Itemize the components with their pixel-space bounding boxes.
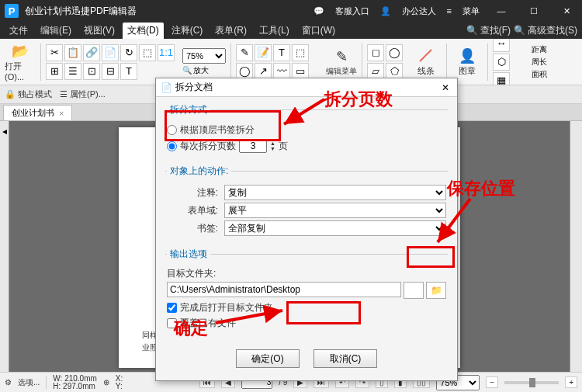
menu-form[interactable]: 表单(R) bbox=[210, 23, 251, 39]
tool-icon[interactable]: 📄 bbox=[102, 44, 119, 61]
tool-icon[interactable]: 🔗 bbox=[83, 44, 100, 61]
annot-icon[interactable]: ✎ bbox=[236, 44, 253, 61]
pages-spinner[interactable] bbox=[239, 139, 267, 153]
menu-tool[interactable]: 工具(L) bbox=[255, 23, 294, 39]
split-document-dialog: 📄 拆分文档 ✕ 拆分方式 根据顶层书签拆分 每次拆分页数 ▲▼ 页 对象上的动… bbox=[155, 78, 458, 381]
output-group: 输出选项 目标文件夹: 📁 完成后打开目标文件夹 覆盖已有文件 bbox=[165, 248, 448, 338]
measure-icon[interactable]: ↔ bbox=[493, 39, 510, 52]
overwrite-checkbox[interactable] bbox=[167, 318, 177, 328]
comment-label: 注释: bbox=[167, 186, 218, 199]
open-after-checkbox[interactable] bbox=[167, 303, 177, 313]
folder-open-icon: 📂 bbox=[11, 42, 29, 61]
minimize-button[interactable]: — bbox=[490, 6, 512, 16]
cancel-button[interactable]: 取消(C) bbox=[314, 349, 377, 368]
edit-icon: ✎ bbox=[332, 47, 351, 66]
adv-search-button[interactable]: 🔍高级查找(S) bbox=[514, 24, 577, 37]
form-select[interactable]: 展平 bbox=[224, 203, 446, 218]
stamp-button[interactable]: 👤 图章 bbox=[452, 42, 483, 82]
split-method-legend: 拆分方式 bbox=[167, 103, 210, 116]
annot-icon[interactable]: T bbox=[273, 44, 290, 61]
document-tab[interactable]: 创业计划书 × bbox=[3, 105, 72, 120]
spin-down-icon[interactable]: ▼ bbox=[270, 146, 275, 151]
distance-label[interactable]: 距离 bbox=[532, 44, 547, 55]
hamburger-icon[interactable]: ≡ bbox=[447, 6, 452, 16]
exclusive-mode-toggle[interactable]: 🔒独占模式 bbox=[5, 88, 52, 100]
search-button[interactable]: 🔍查找(F) bbox=[466, 24, 511, 37]
crosshair-icon: ⊕ bbox=[103, 378, 109, 387]
page-height: H: 297.0mm bbox=[53, 383, 97, 390]
measure-icon[interactable]: ▦ bbox=[493, 72, 510, 86]
edit-menu-button[interactable]: ✎ 编辑菜单 bbox=[326, 42, 357, 82]
options-button[interactable]: 选项... bbox=[18, 377, 40, 388]
chat-icon[interactable]: 💬 bbox=[314, 6, 324, 16]
zoom-out-button[interactable]: − bbox=[486, 376, 498, 388]
radio-by-bookmark[interactable] bbox=[167, 125, 177, 135]
stamp-icon: 👤 bbox=[458, 47, 476, 65]
tab-close-icon[interactable]: × bbox=[59, 109, 64, 118]
browse-folder-button[interactable]: 📁 bbox=[426, 282, 446, 299]
user-icon[interactable]: 👤 bbox=[380, 6, 391, 16]
tool-icon[interactable]: ⬚ bbox=[139, 44, 156, 61]
annot-icon[interactable]: ⬚ bbox=[292, 44, 309, 61]
zoom-select[interactable]: 75% bbox=[182, 48, 226, 64]
form-label: 表单域: bbox=[167, 204, 218, 217]
shape-icon[interactable]: ◻ bbox=[367, 44, 384, 61]
annot-icon[interactable]: 📝 bbox=[255, 44, 272, 61]
tool-icon[interactable]: 1:1 bbox=[158, 44, 175, 61]
target-path-input[interactable] bbox=[167, 282, 401, 297]
left-sidebar[interactable]: ◂ bbox=[0, 121, 9, 372]
lock-icon: 🔒 bbox=[5, 89, 16, 99]
enlarge-button[interactable]: 🔍放大 bbox=[182, 65, 226, 76]
tool-icon[interactable]: ↻ bbox=[120, 44, 137, 61]
dialog-icon: 📄 bbox=[161, 82, 171, 93]
spin-up-icon[interactable]: ▲ bbox=[270, 140, 275, 146]
ok-button[interactable]: 确定(O) bbox=[236, 349, 300, 368]
menu-edit[interactable]: 编辑(E) bbox=[36, 23, 76, 39]
search-icon: 🔍 bbox=[514, 25, 525, 36]
target-folder-label: 目标文件夹: bbox=[167, 267, 446, 280]
tool-icon[interactable]: T bbox=[120, 63, 137, 80]
vertical-scrollbar[interactable] bbox=[570, 121, 582, 372]
properties-button[interactable]: ☰属性(P)... bbox=[60, 88, 106, 100]
sidebar-toggle-icon[interactable]: ◂ bbox=[2, 126, 7, 137]
page-width: W: 210.0mm bbox=[53, 375, 97, 383]
dialog-close-button[interactable]: ✕ bbox=[438, 82, 452, 93]
perimeter-label[interactable]: 周长 bbox=[532, 57, 547, 68]
dialog-titlebar[interactable]: 📄 拆分文档 ✕ bbox=[156, 78, 457, 97]
dialog-title: 拆分文档 bbox=[175, 81, 213, 94]
tool-icon[interactable]: 📋 bbox=[64, 44, 81, 61]
menu-view[interactable]: 视图(V) bbox=[79, 23, 120, 39]
bookmark-select[interactable]: 全部复制 bbox=[224, 220, 446, 236]
pages-suffix: 页 bbox=[279, 140, 288, 153]
menu-document[interactable]: 文档(D) bbox=[123, 23, 164, 39]
tool-icon[interactable]: ⊟ bbox=[102, 63, 119, 80]
service-entry[interactable]: 客服入口 bbox=[335, 5, 369, 17]
menu-window[interactable]: 窗口(W) bbox=[297, 23, 340, 39]
open-after-label: 完成后打开目标文件夹 bbox=[180, 301, 273, 314]
tool-icon[interactable]: ✂ bbox=[46, 44, 63, 61]
tool-icon[interactable]: ⊞ bbox=[46, 63, 63, 80]
tool-icon[interactable]: ☰ bbox=[64, 63, 81, 80]
shape-icon[interactable]: ◯ bbox=[386, 44, 403, 61]
cursor-x: X: bbox=[116, 375, 123, 383]
radio-by-pages-label: 每次拆分页数 bbox=[180, 140, 236, 153]
zoom-in-icon: 🔍 bbox=[182, 66, 192, 75]
titlebar: P 创业计划书迅捷PDF编辑器 💬 客服入口 👤 办公达人 ≡ 菜单 — ☐ ✕ bbox=[0, 0, 582, 22]
account-name[interactable]: 办公达人 bbox=[402, 5, 436, 17]
menu-label[interactable]: 菜单 bbox=[462, 5, 480, 17]
radio-by-pages[interactable] bbox=[167, 141, 177, 151]
comment-select[interactable]: 复制 bbox=[224, 185, 446, 200]
clear-path-button[interactable] bbox=[404, 282, 424, 299]
gear-icon[interactable]: ⚙ bbox=[5, 378, 12, 387]
zoom-in-button[interactable]: + bbox=[565, 376, 577, 388]
line-tool-button[interactable]: 线条 bbox=[411, 42, 442, 82]
zoom-slider[interactable] bbox=[504, 381, 559, 384]
menu-comment[interactable]: 注释(C) bbox=[167, 23, 208, 39]
area-label[interactable]: 面积 bbox=[532, 69, 547, 80]
close-button[interactable]: ✕ bbox=[556, 6, 577, 16]
menu-file[interactable]: 文件 bbox=[5, 23, 33, 39]
open-button[interactable]: 📂 打开(O)... bbox=[5, 42, 36, 82]
measure-icon[interactable]: ⬡ bbox=[493, 54, 510, 71]
maximize-button[interactable]: ☐ bbox=[523, 6, 545, 16]
tool-icon[interactable]: ⊡ bbox=[83, 63, 100, 80]
